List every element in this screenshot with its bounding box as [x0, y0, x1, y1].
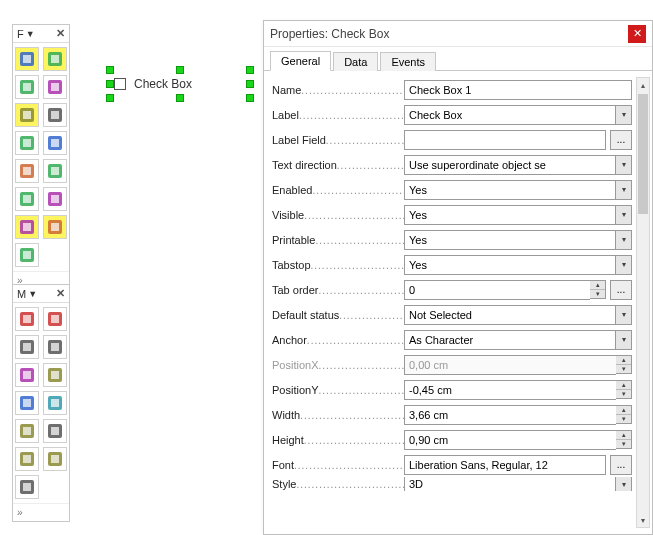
- toggle1-icon[interactable]: [15, 307, 39, 331]
- property-combo-label[interactable]: ▾: [404, 105, 632, 125]
- box2-icon[interactable]: [43, 419, 67, 443]
- calendar-icon[interactable]: [15, 363, 39, 387]
- chevron-down-icon[interactable]: ▾: [615, 477, 631, 491]
- list-tool-icon[interactable]: [43, 159, 67, 183]
- chevron-down-icon[interactable]: ▾: [615, 231, 631, 249]
- resize-handle[interactable]: [106, 80, 114, 88]
- property-spin-width[interactable]: [404, 405, 616, 425]
- property-combo-input[interactable]: [405, 477, 615, 491]
- property-combo-input[interactable]: [405, 331, 615, 349]
- pin-icon[interactable]: [15, 391, 39, 415]
- resize-handle[interactable]: [176, 66, 184, 74]
- tab-data[interactable]: Data: [333, 52, 378, 71]
- property-combo-input[interactable]: [405, 156, 615, 174]
- property-combo-text_dir[interactable]: ▾: [404, 155, 632, 175]
- property-combo-visible[interactable]: ▾: [404, 205, 632, 225]
- property-spin-tab_order[interactable]: [404, 280, 590, 300]
- property-combo-input[interactable]: [405, 231, 615, 249]
- ellipsis-button[interactable]: ...: [610, 455, 632, 475]
- hash-tool-icon[interactable]: [15, 131, 39, 155]
- checkbox-tool-icon[interactable]: [15, 103, 39, 127]
- dialog-titlebar[interactable]: Properties: Check Box ✕: [264, 21, 652, 47]
- property-spin-input[interactable]: [405, 281, 590, 299]
- wand-tool-icon[interactable]: [15, 243, 39, 267]
- property-spin-input[interactable]: [405, 381, 616, 399]
- close-icon[interactable]: ✕: [56, 27, 65, 40]
- select-tool-icon[interactable]: [15, 47, 39, 71]
- abc-tool-icon[interactable]: [43, 187, 67, 211]
- ellipsis-button[interactable]: ...: [610, 280, 632, 300]
- resize-handle[interactable]: [246, 66, 254, 74]
- spin-up-button[interactable]: ▴: [616, 406, 631, 415]
- vertical-scrollbar[interactable]: ▴ ▾: [636, 77, 650, 528]
- chevron-down-icon[interactable]: ▾: [615, 306, 631, 324]
- property-spin-input[interactable]: [405, 431, 616, 449]
- property-combo-input[interactable]: [405, 256, 615, 274]
- ellipsis-button[interactable]: ...: [610, 130, 632, 150]
- property-input-label_field[interactable]: [404, 130, 606, 150]
- property-combo-input[interactable]: [405, 106, 615, 124]
- resize-handle[interactable]: [176, 94, 184, 102]
- forms-palette-header[interactable]: F ▼ ✕: [13, 25, 69, 43]
- spin-up-button[interactable]: ▴: [590, 281, 605, 290]
- coins-icon[interactable]: [15, 419, 39, 443]
- textbox-tool-icon[interactable]: [43, 103, 67, 127]
- chevron-down-icon[interactable]: ▾: [615, 256, 631, 274]
- spin-down-button[interactable]: ▾: [616, 390, 631, 398]
- grid2-icon[interactable]: [15, 447, 39, 471]
- num123-icon[interactable]: [43, 391, 67, 415]
- chevron-down-icon[interactable]: ▾: [615, 156, 631, 174]
- spin-down-button[interactable]: ▾: [616, 415, 631, 423]
- property-input-font[interactable]: [404, 455, 606, 475]
- tab-events[interactable]: Events: [380, 52, 436, 71]
- close-icon[interactable]: ✕: [56, 287, 65, 300]
- property-combo-default_status[interactable]: ▾: [404, 305, 632, 325]
- property-combo-input[interactable]: [405, 306, 615, 324]
- resize-handle[interactable]: [246, 80, 254, 88]
- property-combo-input[interactable]: [405, 206, 615, 224]
- save-tool-icon[interactable]: [15, 187, 39, 211]
- property-combo-enabled[interactable]: ▾: [404, 180, 632, 200]
- property-spin-height[interactable]: [404, 430, 616, 450]
- low-tool-icon[interactable]: [15, 215, 39, 239]
- tab-general[interactable]: General: [270, 51, 331, 71]
- more-palette-header[interactable]: M ▼ ✕: [13, 285, 69, 303]
- resize-handle[interactable]: [106, 94, 114, 102]
- radio-tool-icon[interactable]: [15, 159, 39, 183]
- forms-palette-dropdown-icon[interactable]: ▼: [26, 29, 35, 39]
- grid3-icon[interactable]: [43, 447, 67, 471]
- property-combo-printable[interactable]: ▾: [404, 230, 632, 250]
- property-combo-tabstop[interactable]: ▾: [404, 255, 632, 275]
- doc1-icon[interactable]: [15, 335, 39, 359]
- edit-tool-icon[interactable]: [43, 47, 67, 71]
- box-tool-icon[interactable]: [43, 75, 67, 99]
- chevron-down-icon[interactable]: ▾: [615, 206, 631, 224]
- scrollbar-thumb[interactable]: [638, 94, 648, 214]
- chevron-down-icon[interactable]: ▾: [615, 331, 631, 349]
- resize-handle[interactable]: [106, 66, 114, 74]
- spin-down-button[interactable]: ▾: [616, 440, 631, 448]
- canvas-checkbox-selection[interactable]: Check Box: [110, 70, 250, 98]
- scroll-down-button[interactable]: ▾: [637, 513, 649, 527]
- circle-tool-icon[interactable]: [43, 131, 67, 155]
- toggle2-icon[interactable]: [43, 307, 67, 331]
- property-combo-input[interactable]: [405, 181, 615, 199]
- close-button[interactable]: ✕: [628, 25, 646, 43]
- table-tool-icon[interactable]: [43, 215, 67, 239]
- chevron-down-icon[interactable]: ▾: [615, 181, 631, 199]
- spin-up-button[interactable]: ▴: [616, 381, 631, 390]
- grid-tool-icon[interactable]: [15, 75, 39, 99]
- property-combo-anchor[interactable]: ▾: [404, 330, 632, 350]
- overflow-icon[interactable]: »: [17, 507, 23, 518]
- property-combo-style[interactable]: ▾: [404, 477, 632, 491]
- scroll-up-button[interactable]: ▴: [637, 78, 649, 92]
- chevron-down-icon[interactable]: ▾: [615, 106, 631, 124]
- property-input-name[interactable]: [404, 80, 632, 100]
- clock-icon[interactable]: [43, 363, 67, 387]
- doc2-icon[interactable]: [43, 335, 67, 359]
- property-spin-input[interactable]: [405, 406, 616, 424]
- spin-up-button[interactable]: ▴: [616, 431, 631, 440]
- dash-icon[interactable]: [15, 475, 39, 499]
- more-palette-dropdown-icon[interactable]: ▼: [28, 289, 37, 299]
- spin-down-button[interactable]: ▾: [590, 290, 605, 298]
